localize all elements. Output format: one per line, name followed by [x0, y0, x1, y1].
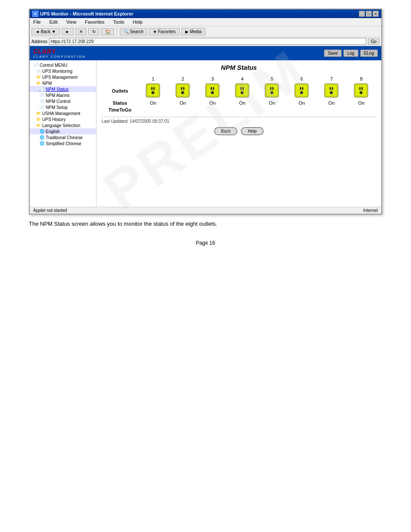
help-action-button[interactable]: Help	[241, 127, 264, 135]
outlet-header-8: 8	[346, 75, 376, 82]
svg-rect-13	[213, 87, 214, 90]
status-right: Internet	[363, 208, 378, 213]
sidebar-item-npm-setup[interactable]: 📄 NPM Setup	[30, 104, 96, 110]
search-button[interactable]: 🔍 Search	[120, 28, 147, 35]
status-label: Status	[102, 100, 138, 106]
browser-icon: e	[32, 11, 38, 17]
maximize-button[interactable]: □	[366, 11, 372, 17]
page-title: NPM Status	[102, 64, 376, 71]
header-buttons: Save Log ELog	[324, 50, 378, 57]
menu-edit[interactable]: Edit	[48, 19, 59, 25]
sidebar-item-npm-control[interactable]: 📄 NPM Control	[30, 98, 96, 104]
sidebar-item-ups-management[interactable]: 📁 UPS Management	[30, 74, 96, 80]
favorites-button[interactable]: ★ Favorites	[149, 28, 180, 35]
close-button[interactable]: ×	[373, 11, 379, 17]
browser-window: e UPS Monitor - Microsoft Internet Explo…	[29, 9, 382, 215]
svg-rect-8	[183, 87, 184, 90]
sidebar-label: English	[46, 129, 60, 134]
sidebar-item-traditional-chinese[interactable]: 🌐 Traditional Chinese	[30, 134, 96, 140]
sidebar-item-npm[interactable]: 📁 NPM	[30, 80, 96, 86]
sidebar-item-ups-history[interactable]: 📁 UPS History	[30, 116, 96, 122]
back-button[interactable]: ◄ Back ▼	[31, 28, 60, 35]
elog-button[interactable]: ELog	[360, 50, 378, 57]
logo-bottom: CLARY CORPORATION	[33, 55, 86, 59]
outlet-icon-2	[168, 82, 198, 100]
stop-button[interactable]: ✕	[75, 28, 87, 35]
svg-rect-32	[330, 87, 331, 90]
outlet-status-5: On	[257, 100, 287, 106]
minimize-button[interactable]: _	[359, 11, 365, 17]
outlet-status-2: On	[168, 100, 198, 106]
svg-rect-27	[300, 87, 301, 90]
svg-rect-23	[272, 87, 274, 90]
svg-point-29	[300, 91, 303, 94]
clary-logo: CLARY CLARY CORPORATION	[33, 48, 86, 59]
page-icon: 🌐	[39, 141, 44, 146]
sidebar-label: USHA Management	[42, 111, 80, 116]
log-button[interactable]: Log	[343, 50, 358, 57]
svg-rect-31	[326, 85, 337, 96]
media-button[interactable]: ▶ Media	[181, 28, 206, 35]
window-controls[interactable]: _ □ ×	[359, 11, 379, 17]
bottom-buttons: Back Help	[102, 127, 376, 135]
outlet-icon-4	[227, 82, 257, 100]
svg-rect-1	[147, 85, 159, 96]
sidebar-item-usha-management[interactable]: 📁 USHA Management	[30, 110, 96, 116]
svg-point-19	[241, 91, 244, 94]
folder-icon: 📁	[36, 117, 41, 122]
svg-point-34	[330, 91, 333, 94]
outlet-status-4: On	[227, 100, 257, 106]
sidebar-label: Control MENU	[40, 63, 67, 68]
svg-point-14	[211, 91, 214, 94]
sidebar-item-simplified-chinese[interactable]: 🌐 Simplified Chinese	[30, 140, 96, 146]
svg-point-39	[360, 91, 363, 94]
forward-button[interactable]: ►	[62, 28, 74, 35]
page-number: Page 16	[17, 240, 394, 246]
sidebar-item-ups-monitoring[interactable]: 📄 UPS Monitoring	[30, 68, 96, 74]
outlet-status-6: On	[287, 100, 317, 106]
logo-top: CLARY	[33, 48, 86, 55]
svg-rect-38	[361, 87, 363, 90]
page-icon: 📄	[39, 87, 44, 92]
go-button[interactable]: Go	[368, 38, 380, 45]
save-button[interactable]: Save	[324, 50, 342, 57]
refresh-button[interactable]: ↻	[88, 28, 100, 35]
menu-bar: File Edit View Favorites Tools Help	[30, 18, 381, 26]
page-icon: 🌐	[39, 135, 44, 140]
last-updated: Last Updated: 14/07/2005 00:37:01	[102, 119, 376, 124]
sidebar-label: UPS Monitoring	[42, 69, 72, 74]
sidebar: 📄 Control MENU 📄 UPS Monitoring 📁 UPS Ma…	[30, 60, 97, 207]
internet-label: Internet	[363, 208, 378, 213]
main-content: NPM Status 1 2 3 4 5 6 7 8	[97, 60, 381, 207]
svg-rect-7	[181, 87, 182, 90]
menu-view[interactable]: View	[65, 19, 78, 25]
browser-title: UPS Monitor - Microsoft Internet Explore…	[40, 11, 133, 16]
page-icon: 📄	[36, 68, 41, 74]
svg-rect-16	[237, 85, 248, 96]
address-input[interactable]	[49, 38, 366, 45]
svg-rect-6	[177, 85, 188, 96]
menu-favorites[interactable]: Favorites	[83, 19, 106, 25]
outlets-label: Outlets	[102, 82, 138, 100]
svg-rect-36	[355, 85, 367, 96]
page-icon: 📄	[33, 62, 38, 68]
sidebar-item-english[interactable]: 🌐 English	[30, 128, 96, 134]
menu-tools[interactable]: Tools	[112, 19, 126, 25]
menu-file[interactable]: File	[31, 19, 43, 25]
sidebar-item-npm-status[interactable]: 📄 NPM Status	[30, 86, 96, 92]
sidebar-label: NPM Alarms	[46, 93, 70, 98]
outlet-header-3: 3	[198, 75, 227, 82]
browser-toolbar: ◄ Back ▼ ► ✕ ↻ 🏠 🔍 Search ★ Favorites ▶ …	[30, 26, 381, 37]
menu-help[interactable]: Help	[131, 19, 144, 25]
page-icon: 📄	[39, 93, 44, 98]
svg-rect-2	[151, 87, 153, 90]
sidebar-item-npm-alarms[interactable]: 📄 NPM Alarms	[30, 92, 96, 98]
outlet-icon-3	[198, 82, 227, 100]
back-action-button[interactable]: Back	[214, 127, 237, 135]
folder-icon: 📁	[36, 75, 41, 80]
sidebar-item-control-menu[interactable]: 📄 Control MENU	[30, 62, 96, 68]
svg-rect-22	[270, 87, 271, 90]
home-button[interactable]: 🏠	[101, 28, 114, 35]
outlet-header-2: 2	[168, 75, 198, 82]
sidebar-item-language-selection[interactable]: 📁 Language Selection	[30, 122, 96, 128]
